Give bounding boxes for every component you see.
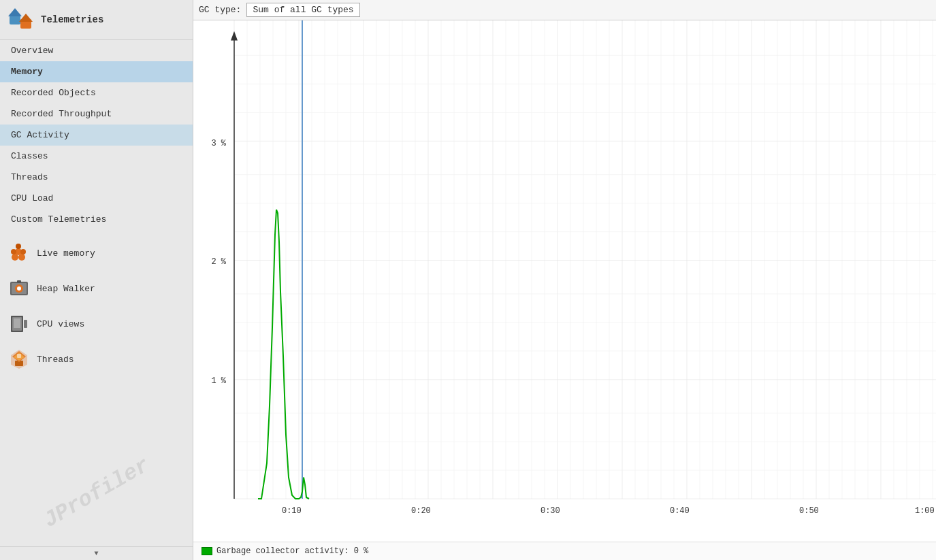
main-content: GC type: Sum of all GC types (193, 0, 936, 560)
svg-text:0:10: 0:10 (282, 506, 302, 516)
svg-text:1 %: 1 % (211, 376, 226, 386)
svg-rect-14 (17, 280, 21, 283)
svg-rect-23 (17, 354, 21, 358)
sidebar-logo: Telemetries (0, 0, 193, 40)
sidebar-item-classes[interactable]: Classes (0, 146, 193, 167)
sidebar-item-cpu-load[interactable]: CPU Load (0, 188, 193, 209)
sidebar-item-threads[interactable]: Threads (0, 167, 193, 188)
sidebar-navigation: Overview Memory Recorded Objects Recorde… (0, 40, 193, 546)
cpu-views-icon (8, 313, 30, 335)
sidebar-item-memory[interactable]: Memory (0, 61, 193, 82)
svg-point-7 (11, 249, 16, 254)
telemetries-logo-icon (8, 7, 34, 33)
sidebar: Telemetries Overview Memory Recorded Obj… (0, 0, 193, 560)
svg-text:3 %: 3 % (211, 138, 226, 148)
sidebar-item-gc-activity[interactable]: GC Activity (0, 125, 193, 146)
sidebar-item-cpu-views[interactable]: CPU views (0, 306, 193, 342)
chart-legend: Garbage collector activity: 0 % (193, 542, 936, 560)
chart-area: 3 % 2 % 1 % 0:10 0:20 0:30 0:40 0:50 1:0… (193, 20, 936, 560)
svg-marker-1 (8, 8, 22, 16)
svg-marker-3 (19, 14, 33, 22)
gc-activity-chart: 3 % 2 % 1 % 0:10 0:20 0:30 0:40 0:50 1:0… (193, 20, 936, 542)
gc-type-value: Sum of all GC types (246, 3, 359, 17)
cpu-views-label: CPU views (37, 319, 84, 329)
gc-type-label: GC type: (199, 5, 241, 15)
sidebar-item-heap-walker[interactable]: Heap Walker (0, 271, 193, 306)
svg-text:0:50: 0:50 (799, 506, 819, 516)
gc-type-bar: GC type: Sum of all GC types (193, 0, 936, 20)
sidebar-item-recorded-objects[interactable]: Recorded Objects (0, 82, 193, 103)
chart-container[interactable]: 3 % 2 % 1 % 0:10 0:20 0:30 0:40 0:50 1:0… (193, 20, 936, 542)
live-memory-icon (8, 242, 30, 264)
svg-point-9 (16, 244, 21, 249)
sidebar-section-tools: Live memory Heap Walker (0, 235, 193, 377)
sidebar-item-recorded-throughput[interactable]: Recorded Throughput (0, 103, 193, 125)
sidebar-item-overview[interactable]: Overview (0, 40, 193, 61)
svg-text:0:20: 0:20 (411, 506, 431, 516)
sidebar-logo-label: Telemetries (41, 14, 103, 25)
legend-color-gc (201, 547, 212, 555)
svg-text:2 %: 2 % (211, 257, 226, 267)
sidebar-item-live-memory[interactable]: Live memory (0, 235, 193, 271)
heap-walker-icon (8, 278, 30, 299)
threads-section-icon (8, 348, 30, 370)
svg-text:1:00: 1:00 (915, 506, 935, 516)
svg-rect-18 (24, 320, 27, 328)
sidebar-item-threads-section[interactable]: Threads (0, 342, 193, 377)
svg-rect-17 (14, 318, 20, 328)
svg-rect-24 (193, 20, 936, 542)
heap-walker-label: Heap Walker (37, 284, 95, 294)
live-memory-label: Live memory (37, 248, 95, 259)
svg-point-13 (17, 286, 21, 291)
svg-point-8 (20, 249, 26, 254)
sidebar-item-custom-telemetries[interactable]: Custom Telemetries (0, 209, 193, 230)
legend-text: Garbage collector activity: 0 % (216, 546, 368, 556)
svg-text:0:30: 0:30 (540, 506, 560, 516)
sidebar-scroll-down[interactable]: ▼ (0, 546, 193, 560)
svg-text:0:40: 0:40 (670, 506, 690, 516)
threads-section-label: Threads (37, 355, 74, 365)
